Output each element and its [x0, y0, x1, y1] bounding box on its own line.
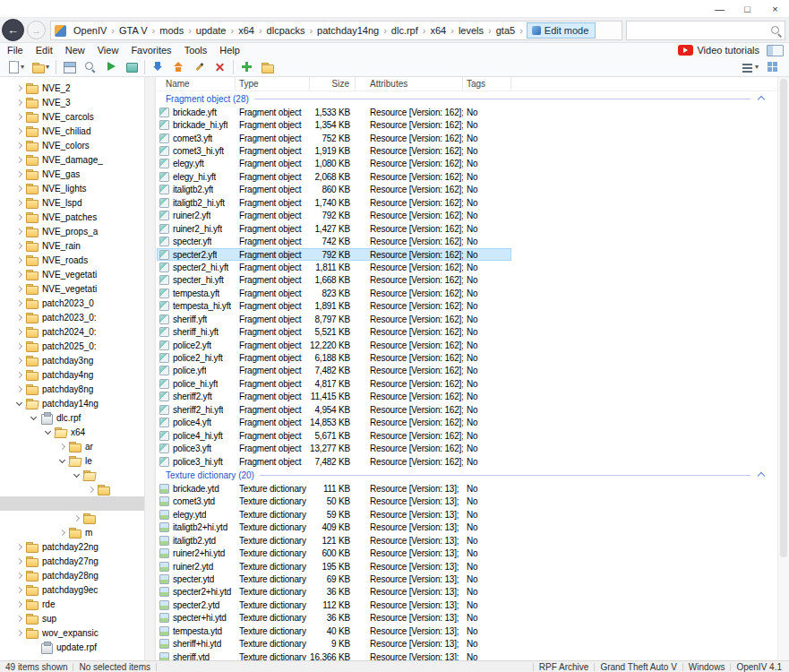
- menu-edit[interactable]: Edit: [30, 45, 59, 56]
- chevron-collapsed-icon[interactable]: [56, 526, 69, 539]
- edit-button[interactable]: [190, 58, 209, 75]
- list-scrollbar-thumb[interactable]: [780, 79, 787, 557]
- file-row[interactable]: italigtb2.yftFragment object860 KBResour…: [157, 184, 511, 196]
- breadcrumb-item[interactable]: dlc.rpf: [389, 23, 421, 38]
- chevron-collapsed-icon[interactable]: [56, 440, 69, 453]
- tree-item[interactable]: le: [0, 453, 144, 468]
- file-row[interactable]: police_hi.yftFragment object4,817 KBReso…: [157, 377, 511, 390]
- file-row[interactable]: sheriff.ytdTexture dictionary16,366 KBRe…: [157, 650, 511, 660]
- file-row[interactable]: specter2_hi.yftFragment object1,811 KBRe…: [157, 261, 511, 273]
- column-header-size[interactable]: Size: [310, 77, 356, 90]
- new-folder-button[interactable]: [258, 58, 277, 75]
- file-row[interactable]: specter.yftFragment object742 KBResource…: [157, 235, 511, 247]
- tree-item[interactable]: NVE_props_a: [0, 224, 144, 238]
- menu-tools[interactable]: Tools: [178, 45, 214, 56]
- tree-item[interactable]: NVE_rain: [0, 238, 144, 253]
- chevron-collapsed-icon[interactable]: [84, 483, 98, 496]
- forward-button[interactable]: →: [27, 21, 46, 39]
- window-button[interactable]: [60, 58, 79, 75]
- tree-item[interactable]: NVE_carcols: [0, 109, 144, 124]
- collapse-up-icon[interactable]: [756, 470, 767, 480]
- file-row[interactable]: sheriff_hi.yftFragment object5,521 KBRes…: [157, 325, 511, 338]
- file-row[interactable]: brickade.yftFragment object1,533 KBResou…: [157, 106, 511, 118]
- add-files-button[interactable]: [237, 58, 256, 75]
- file-row[interactable]: comet3_hi.yftFragment object1,919 KBReso…: [157, 144, 511, 157]
- tree-item[interactable]: update.rpf: [0, 640, 144, 654]
- chevron-collapsed-icon[interactable]: [13, 569, 26, 582]
- close-button[interactable]: ×: [761, 0, 789, 18]
- tree-item[interactable]: patchday3ng: [0, 353, 144, 367]
- chevron-collapsed-icon[interactable]: [13, 311, 26, 324]
- file-row[interactable]: sheriff2_hi.yftFragment object4,954 KBRe…: [157, 403, 511, 416]
- tree-item[interactable]: NVE_lspd: [0, 195, 144, 210]
- chevron-collapsed-icon[interactable]: [13, 325, 26, 339]
- chevron-collapsed-icon[interactable]: [13, 368, 26, 382]
- chevron-expanded-icon[interactable]: [13, 397, 26, 410]
- breadcrumb-item[interactable]: levels: [456, 23, 486, 38]
- tree-item[interactable]: [0, 511, 144, 525]
- breadcrumb-item[interactable]: x64: [427, 23, 449, 38]
- chevron-collapsed-icon[interactable]: [13, 254, 26, 267]
- file-row[interactable]: brickade_hi.yftFragment object1,354 KBRe…: [157, 118, 511, 131]
- file-row[interactable]: sheriff.yftFragment object8,797 KBResour…: [157, 313, 511, 325]
- chevron-collapsed-icon[interactable]: [13, 239, 26, 253]
- chevron-collapsed-icon[interactable]: [13, 168, 26, 181]
- file-row[interactable]: elegy_hi.yftFragment object2,068 KBResou…: [157, 170, 511, 183]
- tree-item[interactable]: NVE_lights: [0, 181, 144, 195]
- tree-item[interactable]: patchdayg9ec: [0, 582, 144, 597]
- tree-item[interactable]: NVE_patches: [0, 210, 144, 224]
- tree-item[interactable]: m: [0, 525, 144, 539]
- file-row[interactable]: specter2.ytdTexture dictionary112 KBReso…: [157, 599, 511, 611]
- tree-item[interactable]: ar: [0, 439, 144, 453]
- chevron-collapsed-icon[interactable]: [13, 612, 26, 625]
- file-row[interactable]: tempesta_hi.yftFragment object1,891 KBRe…: [157, 300, 511, 313]
- tree-item[interactable]: NVE_roads: [0, 253, 144, 267]
- group-header[interactable]: Fragment object (28): [157, 91, 777, 106]
- chevron-collapsed-icon[interactable]: [13, 211, 26, 224]
- tree-item[interactable]: [0, 496, 144, 511]
- replace-button[interactable]: [169, 58, 188, 75]
- chevron-collapsed-icon[interactable]: [13, 153, 26, 167]
- menu-file[interactable]: File: [1, 45, 30, 56]
- menu-view[interactable]: View: [91, 45, 125, 56]
- breadcrumb-item[interactable]: dlcpacks: [264, 23, 308, 38]
- tree-item[interactable]: dlc.rpf: [0, 410, 144, 425]
- tree-item[interactable]: patchday22ng: [0, 539, 144, 554]
- chevron-collapsed-icon[interactable]: [13, 383, 26, 396]
- tree-item[interactable]: [0, 482, 144, 496]
- chevron-expanded-icon[interactable]: [41, 426, 55, 439]
- tree-item[interactable]: NVE_colors: [0, 138, 144, 152]
- open-file-button[interactable]: ▾: [29, 58, 52, 75]
- tree-item[interactable]: patch2023_0: [0, 296, 144, 310]
- file-row[interactable]: italigtb2_hi.yftFragment object1,740 KBR…: [157, 196, 511, 209]
- file-row[interactable]: police3_hi.yftFragment object7,482 KBRes…: [157, 455, 511, 468]
- tree-item[interactable]: NVE_vegetati: [0, 267, 144, 281]
- run-button[interactable]: [101, 58, 120, 75]
- file-row[interactable]: specter+hi.ytdTexture dictionary36 KBRes…: [157, 612, 511, 625]
- extract-button[interactable]: [149, 58, 167, 75]
- view-mode-button[interactable]: ▾: [738, 58, 761, 75]
- chevron-expanded-icon[interactable]: [27, 411, 40, 425]
- file-row[interactable]: elegy.yftFragment object1,080 KBResource…: [157, 158, 511, 170]
- breadcrumb-item[interactable]: patchday14ng: [314, 23, 382, 38]
- group-header[interactable]: Texture dictionary (20): [157, 468, 777, 482]
- chevron-collapsed-icon[interactable]: [13, 110, 26, 124]
- column-header-name[interactable]: Name: [157, 77, 236, 90]
- chevron-collapsed-icon[interactable]: [13, 583, 26, 597]
- file-row[interactable]: comet3.ytdTexture dictionary50 KBResourc…: [157, 495, 511, 508]
- file-row[interactable]: police3.yftFragment object13,277 KBResou…: [157, 442, 511, 454]
- search-input[interactable]: [627, 22, 768, 39]
- tree-item[interactable]: NVE_chiliad: [0, 124, 144, 138]
- panel-toggle-icon[interactable]: [767, 45, 784, 56]
- chevron-collapsed-icon[interactable]: [13, 340, 26, 353]
- file-row[interactable]: specter2+hi.ytdTexture dictionary36 KBRe…: [157, 586, 511, 599]
- column-header-type[interactable]: Type: [236, 77, 310, 90]
- titlebar[interactable]: —□×: [0, 0, 789, 18]
- menu-favorites[interactable]: Favorites: [124, 45, 177, 56]
- address-bar[interactable]: OpenIV›GTA V›mods›update›x64›dlcpacks›pa…: [50, 21, 622, 40]
- tree-item[interactable]: patchday14ng: [0, 396, 144, 410]
- file-row[interactable]: comet3.yftFragment object752 KBResource …: [157, 132, 511, 144]
- search-icon[interactable]: [768, 22, 785, 39]
- file-row[interactable]: brickade.ytdTexture dictionary111 KBReso…: [157, 482, 511, 495]
- breadcrumb-item[interactable]: GTA V: [116, 23, 150, 38]
